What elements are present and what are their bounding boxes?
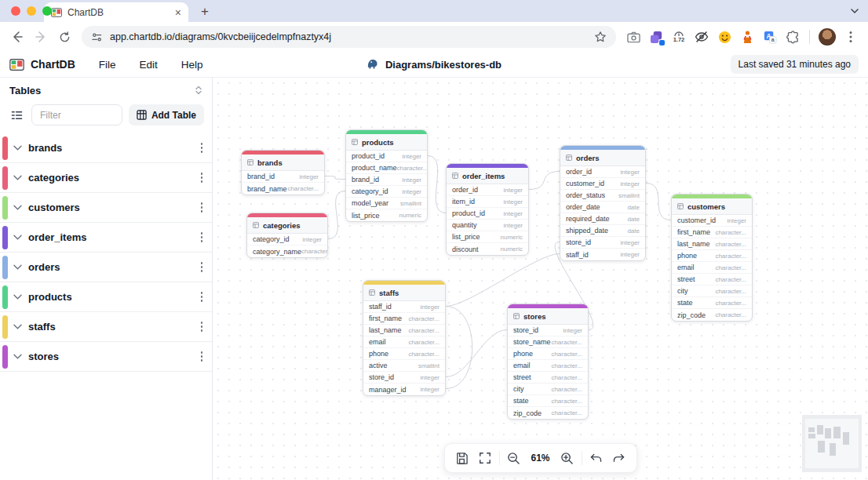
table-node-brands[interactable]: brands brand_idintegerbrand_namecharacte… [241, 150, 325, 195]
url-bar[interactable]: app.chartdb.io/diagrams/0kvcbeiijcedelmp… [82, 26, 616, 48]
tab-search-chevron-icon[interactable] [846, 4, 863, 18]
table-mini-icon [513, 313, 520, 319]
table-node-order_items[interactable]: order_items order_idintegeritem_idintege… [446, 163, 529, 256]
window-controls [11, 6, 52, 16]
reload-icon[interactable] [53, 26, 75, 48]
table-card-header[interactable]: stores [508, 308, 588, 325]
field-name: email [677, 264, 695, 271]
back-icon[interactable] [6, 26, 28, 48]
app-menubar: ChartDB File Edit Help Diagrams/bikestor… [0, 52, 868, 78]
field-name: zip_code [513, 409, 542, 417]
table-options-kebab-icon[interactable] [201, 173, 203, 183]
field-row: store_idinteger [560, 237, 645, 249]
diagram-canvas[interactable]: brands brand_idintegerbrand_namecharacte… [213, 78, 868, 480]
last-saved-badge: Last saved 31 minutes ago [731, 55, 859, 74]
chevron-down-icon[interactable] [13, 324, 22, 329]
sidebar-item-stores[interactable]: stores [0, 342, 212, 372]
table-node-products[interactable]: products product_idintegerproduct_namech… [345, 129, 428, 222]
table-card-header[interactable]: orders [560, 150, 645, 166]
orange-figure-extension-icon[interactable] [739, 29, 755, 45]
field-type: numeric [501, 245, 523, 253]
chevron-down-icon[interactable] [13, 145, 22, 151]
save-button[interactable] [452, 448, 472, 468]
fit-view-button[interactable] [475, 448, 495, 468]
window-maximize-button[interactable] [42, 6, 52, 16]
diagram-title[interactable]: Diagrams/bikestores-db [367, 58, 501, 71]
sidebar-item-categories[interactable]: categories [0, 163, 212, 193]
table-options-kebab-icon[interactable] [201, 292, 203, 302]
profile-avatar[interactable] [819, 28, 836, 45]
menu-help[interactable]: Help [181, 59, 203, 71]
field-row: citycharacter... [672, 285, 752, 297]
table-options-kebab-icon[interactable] [201, 262, 203, 272]
table-node-stores[interactable]: stores store_idintegerstore_namecharacte… [507, 304, 589, 420]
field-name: staff_id [566, 251, 589, 259]
zoom-in-button[interactable] [557, 448, 578, 468]
sidebar-item-customers[interactable]: customers [0, 193, 212, 223]
sidebar-item-orders[interactable]: orders [0, 253, 212, 282]
table-card-header[interactable]: brands [242, 155, 324, 171]
browser-menu-kebab-icon[interactable] [843, 29, 859, 45]
undo-button[interactable] [586, 448, 607, 468]
eye-hidden-icon[interactable] [694, 29, 709, 45]
table-options-kebab-icon[interactable] [201, 232, 203, 242]
window-close-button[interactable] [11, 6, 20, 16]
table-node-categories[interactable]: categories category_idintegercategory_na… [246, 213, 328, 258]
table-card-header[interactable]: products [346, 134, 427, 151]
screenshot-camera-icon[interactable] [625, 29, 641, 45]
window-minimize-button[interactable] [27, 6, 36, 16]
filter-input[interactable] [31, 104, 122, 125]
chevron-down-icon[interactable] [13, 294, 22, 300]
field-type: character... [715, 288, 746, 295]
add-table-button[interactable]: Add Table [129, 104, 204, 125]
chevron-down-icon[interactable] [13, 205, 22, 210]
field-name: category_name [253, 248, 301, 256]
redo-button[interactable] [609, 448, 629, 468]
sidebar-item-staffs[interactable]: staffs [0, 312, 212, 342]
table-card-header[interactable]: customers [672, 198, 752, 215]
table-name: brands [257, 158, 283, 167]
site-info-icon[interactable] [91, 31, 103, 43]
table-options-kebab-icon[interactable] [201, 351, 203, 362]
new-tab-button[interactable]: + [195, 2, 215, 22]
translate-extension-icon[interactable]: Aa [762, 29, 778, 45]
browser-tab[interactable]: ChartDB × [44, 2, 188, 22]
table-node-customers[interactable]: customers customer_idintegerfirst_namech… [671, 194, 753, 322]
list-view-icon[interactable] [8, 107, 25, 124]
table-options-kebab-icon[interactable] [201, 143, 203, 153]
table-card-header[interactable]: staffs [363, 285, 445, 301]
table-card-header[interactable]: categories [247, 217, 327, 234]
chevron-down-icon[interactable] [13, 175, 22, 180]
chartdb-brand[interactable]: ChartDB [9, 58, 75, 71]
url-text[interactable]: app.chartdb.io/diagrams/0kvcbeiijcedelmp… [110, 31, 587, 42]
chevrons-up-down-icon[interactable] [195, 85, 202, 95]
sidebar-table-name: brands [28, 142, 62, 154]
field-name: state [677, 299, 693, 307]
zoom-out-button[interactable] [504, 448, 524, 468]
minimap[interactable] [802, 415, 862, 472]
table-card-header[interactable]: order_items [447, 168, 528, 184]
purple-extension-icon[interactable] [648, 29, 664, 45]
menu-edit[interactable]: Edit [140, 59, 158, 71]
sidebar-item-order_items[interactable]: order_items [0, 223, 212, 253]
field-name: order_status [566, 191, 605, 199]
score-gauge-icon[interactable]: 1.72 [671, 29, 687, 45]
chevron-down-icon[interactable] [13, 354, 22, 359]
table-options-kebab-icon[interactable] [201, 322, 203, 332]
bookmark-star-icon[interactable] [594, 31, 607, 43]
extensions-puzzle-icon[interactable] [785, 29, 801, 45]
table-node-orders[interactable]: orders order_idintegercustomer_idinteger… [560, 145, 646, 261]
zoom-level[interactable]: 61% [527, 453, 555, 464]
chevron-down-icon[interactable] [13, 235, 22, 240]
field-row: product_idinteger [346, 151, 427, 162]
field-type: integer [421, 386, 439, 393]
field-name: first_name [677, 228, 710, 236]
smiley-extension-icon[interactable] [717, 29, 732, 45]
tab-close-icon[interactable]: × [175, 7, 181, 18]
table-options-kebab-icon[interactable] [201, 202, 203, 213]
menu-file[interactable]: File [99, 59, 116, 71]
sidebar-item-products[interactable]: products [0, 282, 212, 312]
sidebar-item-brands[interactable]: brands [0, 133, 212, 163]
table-node-staffs[interactable]: staffs staff_idintegerfirst_namecharacte… [363, 280, 446, 396]
chevron-down-icon[interactable] [13, 264, 22, 270]
